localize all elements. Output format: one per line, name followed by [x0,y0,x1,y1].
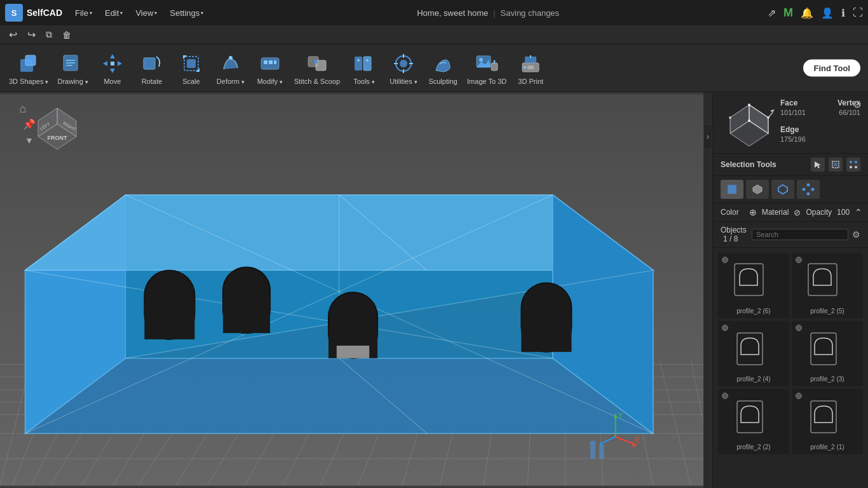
tool-drawing-label: Drawing ▾ [57,78,88,85]
svg-point-31 [400,60,407,67]
object-thumb-img [794,391,860,442]
object-thumb-label-6: profile_2 (6) [721,306,787,316]
nav-cube[interactable]: FRONT LEFT RIGHT [32,105,83,158]
svg-point-44 [524,66,526,69]
delete-button[interactable]: 🗑 [58,29,75,41]
material-label: ⊕ [749,207,757,217]
edit-arrow: ▾ [120,10,123,16]
utilities-icon [391,51,416,76]
settings-menu[interactable]: Settings ▾ [165,6,208,20]
object-thumb-profile-2-2[interactable]: profile_2 (2) [718,389,789,454]
svg-rect-127 [834,163,837,166]
tool-3d-shapes[interactable]: 3D Shapes ▾ [5,48,52,88]
objects-header: Objects 1 / 8 ⚙ [713,222,868,248]
panel-toggle-button[interactable]: › [703,124,712,149]
sel-face-mode[interactable] [746,180,769,199]
tool-utilities[interactable]: Utilities ▾ [384,48,423,88]
home-button[interactable]: ⌂ [20,102,27,116]
selection-mode-row [713,176,868,203]
menubar-right: ⇗ M 🔔 👤 ℹ ⛶ [768,6,863,20]
bell-icon[interactable]: 🔔 [801,7,813,19]
tool-deform[interactable]: Deform ▾ [212,48,250,88]
duplicate-button[interactable]: ⧉ [42,28,56,41]
tool-3d-print[interactable]: 3D Print [512,48,550,88]
object-thumb-profile-2-6[interactable]: profile_2 (6) [718,253,789,318]
edit-toolbar: ↩ ↪ ⧉ 🗑 [0,25,868,44]
object-thumb-img [721,391,787,442]
svg-point-37 [479,58,483,62]
tool-scale[interactable]: Scale [172,48,210,88]
tool-drawing[interactable]: Drawing ▾ [53,48,92,88]
tool-stitch-scoop[interactable]: Stitch & Scoop [290,48,344,88]
find-tool-button[interactable]: Find Tool [803,60,860,77]
objects-search-input[interactable] [752,229,848,240]
svg-marker-10 [103,61,107,66]
object-dot [796,257,802,263]
svg-rect-20 [264,60,268,64]
image-to-3d-icon [474,51,499,76]
tool-rotate[interactable]: Rotate [133,48,171,88]
object-dot [722,257,728,263]
tools-bar: 3D Shapes ▾ Drawing ▾ Move [0,44,868,92]
view-menu[interactable]: View ▾ [130,6,162,20]
object-thumb-profile-2-5[interactable]: profile_2 (5) [792,253,863,318]
svg-point-138 [803,188,806,191]
file-menu[interactable]: File ▾ [70,6,97,20]
object-thumb-profile-2-4[interactable]: profile_2 (4) [718,321,789,386]
modify-icon [257,51,283,76]
color-material-row: Color ⊕ Material ⊘ Opacity 100 ⌃ [713,203,868,222]
tool-tools[interactable]: Tools ▾ [345,48,383,88]
tool-move-label: Move [104,78,121,85]
object-thumb-img [721,323,787,374]
svg-rect-108 [599,449,604,459]
svg-rect-106 [590,446,595,459]
tool-image-to-3d[interactable]: Image To 3D [463,48,510,88]
undo-button[interactable]: ↩ [5,27,21,42]
object-thumb-img [721,255,787,306]
tool-sculpting[interactable]: Sculpting [424,48,462,88]
edit-menu[interactable]: Edit ▾ [100,6,128,20]
tool-move[interactable]: Move [93,48,132,88]
object-thumb-profile-2-3[interactable]: profile_2 (3) [792,321,863,386]
sel-vertex-mode[interactable] [797,180,820,199]
edge-info: Edge 175/196 [780,125,819,143]
tool-modify[interactable]: Modify ▾ [251,48,289,88]
tool-modify-label: Modify ▾ [257,78,283,85]
tool-3d-print-label: 3D Print [518,78,543,85]
svg-point-136 [811,188,815,191]
svg-text:FRONT: FRONT [48,135,67,141]
share-icon[interactable]: ⇗ [768,7,776,19]
select-arrow-icon[interactable] [811,158,825,172]
object-thumb-profile-2-1[interactable]: profile_2 (1) [792,389,863,454]
select-box-icon[interactable] [829,158,843,172]
svg-rect-91 [144,302,194,339]
fullscreen-icon[interactable]: ⛶ [853,7,863,18]
svg-rect-15 [187,59,196,68]
svg-point-18 [229,56,233,60]
object-dot [722,325,728,331]
viewport[interactable]: Y X ⌂ 📌 ▼ [0,92,703,488]
select-vertices-icon[interactable] [846,158,860,172]
deform-icon [218,51,243,76]
m-icon[interactable]: M [783,6,793,20]
face-count: 101/101 [780,109,819,116]
tool-deform-label: Deform ▾ [217,78,245,85]
menubar-separator: | [493,8,495,18]
objects-settings-icon[interactable]: ⚙ [852,229,860,240]
app-logo: S SelfCAD [5,4,62,22]
svg-rect-21 [269,60,273,64]
svg-text:S: S [11,8,17,18]
svg-rect-132 [728,185,736,194]
user-icon[interactable]: 👤 [821,7,834,19]
svg-marker-125 [815,161,821,168]
material-icon[interactable]: ⊘ [794,208,801,217]
sel-edge-mode[interactable] [771,180,794,199]
svg-rect-93 [223,299,270,333]
opacity-arrow-up[interactable]: ⌃ [855,207,862,217]
sel-object-mode[interactable] [721,180,743,199]
saving-status: Saving changes [501,8,560,18]
panel-settings-icon[interactable]: ⚙ [853,98,862,111]
svg-point-119 [748,104,750,106]
info-icon[interactable]: ℹ [841,7,845,19]
redo-button[interactable]: ↪ [24,27,39,42]
